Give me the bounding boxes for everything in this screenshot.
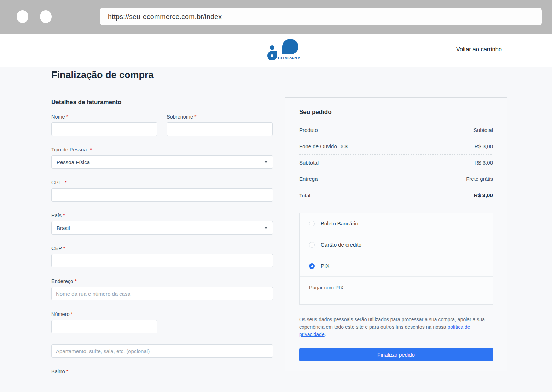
browser-toolbar: https://seu-ecommerce.com.br/index	[0, 0, 552, 34]
privacy-notice: Os seus dados pessoais serão utilizados …	[299, 316, 493, 339]
order-item-row: Fone de Ouvido×3 R$ 3,00	[299, 138, 493, 155]
radio-button[interactable]	[309, 263, 315, 269]
cep-label: CEP*	[51, 246, 273, 251]
order-total-row: Total R$ 3,00	[299, 187, 493, 203]
radio-button[interactable]	[309, 221, 315, 226]
site-header: COMPANY Voltar ao carrinho	[0, 34, 552, 67]
checkout-page: Finalização de compra Detalhes de fatura…	[0, 67, 552, 377]
total-label: Total	[299, 192, 310, 198]
country-select[interactable]: Brasil	[51, 221, 273, 235]
billing-form: Detalhes de faturamento Nome* Sobrenome*…	[51, 97, 273, 377]
last-name-label: Sobrenome*	[167, 114, 273, 120]
payment-methods-box: Boleto Bancário Cartão de crédito PIX Pa…	[299, 213, 493, 305]
payment-option-boleto[interactable]: Boleto Bancário	[300, 213, 493, 234]
product-column-header: Produto	[299, 127, 318, 133]
order-item-price: R$ 3,00	[474, 143, 493, 149]
shipping-label: Entrega	[299, 176, 318, 182]
order-item-name: Fone de Ouvido×3	[299, 143, 348, 149]
chevron-down-icon	[264, 161, 268, 163]
chevron-down-icon	[264, 227, 268, 229]
address-complement-input[interactable]	[51, 344, 273, 358]
payment-option-credit-card[interactable]: Cartão de crédito	[300, 234, 493, 255]
shipping-value: Frete grátis	[466, 176, 493, 182]
back-to-cart-link[interactable]: Voltar ao carrinho	[456, 46, 502, 53]
logo-droplet-icon	[267, 51, 277, 60]
logo-text: COMPANY	[278, 56, 301, 60]
number-input[interactable]	[51, 320, 157, 333]
order-subtotal-row: Subtotal R$ 3,00	[299, 155, 493, 171]
subtotal-column-header: Subtotal	[473, 127, 493, 133]
address-input[interactable]	[51, 287, 273, 300]
company-logo[interactable]: COMPANY	[267, 39, 301, 62]
url-text: https://seu-ecommerce.com.br/index	[108, 13, 222, 21]
logo-dot-icon	[270, 45, 274, 50]
last-name-input[interactable]	[167, 122, 273, 136]
first-name-input[interactable]	[51, 122, 157, 136]
browser-nav-button[interactable]	[17, 10, 28, 23]
number-label: Número*	[51, 311, 273, 317]
cep-input[interactable]	[51, 254, 273, 267]
person-type-label: Tipo de Pessoa*	[51, 147, 273, 152]
radio-button[interactable]	[309, 242, 315, 248]
district-label: Bairro*	[51, 369, 273, 374]
place-order-button[interactable]: Finalizar pedido	[299, 348, 493, 361]
order-shipping-row: Entrega Frete grátis	[299, 171, 493, 187]
country-label: País*	[51, 213, 273, 218]
billing-section-title: Detalhes de faturamento	[51, 99, 273, 106]
total-value: R$ 3,00	[474, 192, 493, 198]
cpf-input[interactable]	[51, 188, 273, 202]
address-bar[interactable]: https://seu-ecommerce.com.br/index	[100, 8, 542, 25]
subtotal-label: Subtotal	[299, 160, 319, 166]
page-title: Finalização de compra	[51, 70, 552, 81]
browser-nav-button[interactable]	[40, 10, 52, 23]
order-summary-panel: Seu pedido Produto Subtotal Fone de Ouvi…	[285, 97, 507, 371]
first-name-label: Nome*	[51, 114, 157, 120]
order-title: Seu pedido	[299, 109, 493, 116]
subtotal-value: R$ 3,00	[474, 160, 493, 166]
address-label: Endereço*	[51, 278, 273, 284]
payment-option-pix[interactable]: PIX	[300, 255, 493, 277]
cpf-label: CPF*	[51, 180, 273, 185]
order-table-header: Produto Subtotal	[299, 124, 493, 138]
pix-payment-note: Pagar com PIX	[300, 277, 493, 304]
logo-drop-icon	[282, 39, 298, 54]
person-type-select[interactable]: Pessoa Física	[51, 155, 273, 169]
